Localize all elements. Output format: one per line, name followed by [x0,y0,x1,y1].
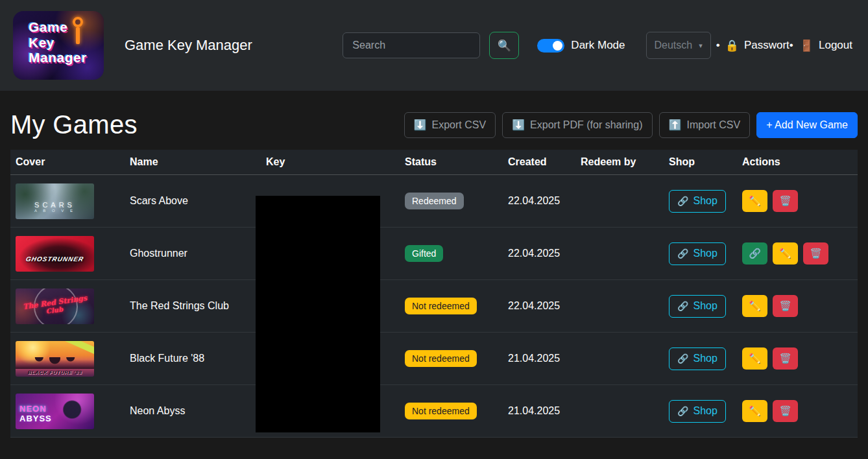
created-date: 22.04.2025 [503,242,575,265]
edit-button[interactable]: ✏️ [742,400,767,422]
download-icon: ⬇️ [512,119,525,131]
separator-dot: • [716,39,720,52]
language-selected: Deutsch [655,40,693,51]
delete-button[interactable]: 🗑️ [773,295,798,317]
trash-icon: 🗑️ [779,300,791,312]
table-row: BLACK FUTURE '88 Black Future '88 Not re… [10,333,858,385]
trash-icon: 🗑️ [810,248,822,259]
delete-button[interactable]: 🗑️ [773,400,798,422]
column-header-shop: Shop [664,150,737,174]
key-icon [73,17,84,47]
navbar: Game Key Manager Game Key Manager 🔍 Dark… [0,0,868,91]
import-csv-button[interactable]: ⬆️ Import CSV [659,112,751,138]
table-row: GHOSTRUNNER Ghostrunner Gifted 22.04.202… [10,228,858,280]
page-title: My Games [10,110,138,139]
shop-link-button[interactable]: 🔗 Shop [669,347,726,370]
pencil-icon: ✏️ [749,353,761,364]
column-header-status: Status [400,150,503,174]
dark-mode-toggle[interactable] [537,39,564,53]
add-new-game-button[interactable]: + Add New Game [756,112,858,138]
search-input[interactable] [343,32,480,58]
cover-image-ghostrunner: GHOSTRUNNER [16,236,94,272]
redeem-by-date [575,301,664,311]
created-date: 22.04.2025 [503,190,575,212]
link-icon: 🔗 [677,353,688,364]
column-header-redeem-by: Redeem by [575,150,664,174]
chevron-down-icon: ▾ [699,41,703,50]
link-icon: 🔗 [677,196,688,206]
link-icon: 🔗 [677,406,688,416]
redeem-by-date [575,406,664,416]
delete-button[interactable]: 🗑️ [773,190,798,212]
column-header-name: Name [125,150,261,174]
edit-button[interactable]: ✏️ [773,242,798,265]
pencil-icon: ✏️ [749,405,761,417]
door-icon: 🚪 [800,39,814,53]
shop-link-button[interactable]: 🔗 Shop [669,242,726,265]
created-date: 21.04.2025 [503,400,575,422]
app-title: Game Key Manager [125,37,252,54]
upload-icon: ⬆️ [669,119,682,131]
link-icon: 🔗 [677,248,688,259]
delete-button[interactable]: 🗑️ [773,347,798,370]
column-header-key: Key [261,150,400,174]
separator-dot: • [790,39,793,52]
table-row: NEON ABYSS Neon Abyss Not redeemed 21.04… [10,385,858,438]
game-name: Scars Above [125,190,261,212]
status-badge: Not redeemed [405,298,477,314]
export-pdf-button[interactable]: ⬇️ Export PDF (for sharing) [502,112,652,138]
link-icon: 🔗 [749,248,761,259]
game-name: The Red Strings Club [125,295,261,317]
cover-image-black-future-88: BLACK FUTURE '88 [16,341,94,377]
redacted-key-column-overlay [256,196,380,432]
pencil-icon: ✏️ [749,195,761,207]
status-badge: Gifted [405,245,443,262]
redeem-by-date [575,196,664,206]
column-header-actions: Actions [737,150,858,174]
search-icon: 🔍 [498,39,511,53]
shop-link-button[interactable]: 🔗 Shop [669,190,726,213]
gift-link-button[interactable]: 🔗 [742,242,767,265]
created-date: 22.04.2025 [503,295,575,317]
link-icon: 🔗 [677,301,688,311]
download-icon: ⬇️ [414,119,427,131]
shop-link-button[interactable]: 🔗 Shop [669,295,726,318]
toggle-knob [553,41,562,51]
language-dropdown[interactable]: Deutsch ▾ [646,32,711,59]
status-badge: Not redeemed [405,403,477,419]
trash-icon: 🗑️ [779,405,791,417]
table-row: SCARS A B O V E Scars Above Redeemed 22.… [10,175,858,228]
toolbar: ⬇️ Export CSV ⬇️ Export PDF (for sharing… [404,112,858,138]
logout-label: Logout [819,39,852,52]
cover-image-neon-abyss: NEON ABYSS [16,394,94,429]
status-badge: Redeemed [405,193,464,209]
search-button[interactable]: 🔍 [489,32,519,59]
delete-button[interactable]: 🗑️ [803,242,828,265]
redeem-by-date [575,248,664,259]
export-csv-button[interactable]: ⬇️ Export CSV [404,112,496,138]
edit-button[interactable]: ✏️ [742,190,767,212]
table-header-row: Cover Name Key Status Created Redeem by … [10,150,858,175]
lock-icon: 🔒 [725,39,739,53]
column-header-cover: Cover [10,150,125,174]
game-name: Neon Abyss [125,400,261,422]
column-header-created: Created [503,150,575,174]
cover-image-red-strings-club: The Red Strings Club [16,288,94,324]
shop-link-button[interactable]: 🔗 Shop [669,400,726,423]
games-table: Cover Name Key Status Created Redeem by … [10,150,858,438]
redeem-by-date [575,353,664,364]
game-name: Ghostrunner [125,242,261,265]
password-label: Passwort [744,39,790,52]
main-content: My Games ⬇️ Export CSV ⬇️ Export PDF (fo… [0,110,868,438]
logout-link[interactable]: 🚪 Logout [800,39,852,53]
password-link[interactable]: 🔒 Passwort [725,39,790,53]
cover-image-scars-above: SCARS A B O V E [16,183,94,219]
edit-button[interactable]: ✏️ [742,347,767,370]
edit-button[interactable]: ✏️ [742,295,767,317]
pencil-icon: ✏️ [779,248,791,259]
app-logo[interactable]: Game Key Manager [13,11,104,80]
pencil-icon: ✏️ [749,300,761,312]
trash-icon: 🗑️ [779,195,791,207]
trash-icon: 🗑️ [779,353,791,364]
table-row: The Red Strings Club The Red Strings Clu… [10,280,858,333]
